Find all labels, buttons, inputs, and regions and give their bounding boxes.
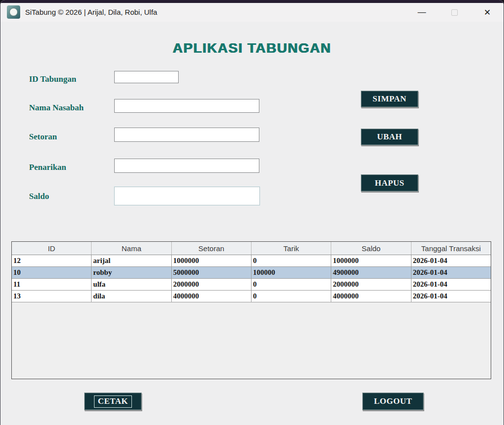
hapus-label: HAPUS <box>375 178 404 188</box>
table-cell: arijal <box>92 255 171 266</box>
table-cell: 2000000 <box>331 279 411 290</box>
table-cell: 2000000 <box>172 279 252 290</box>
table-cell: 10 <box>12 267 92 278</box>
id-tabungan-field[interactable] <box>114 71 179 83</box>
table-cell: 1000000 <box>172 255 252 266</box>
table-cell: 2026-01-04 <box>411 291 491 302</box>
page-title: APLIKASI TABUNGAN <box>0 40 504 56</box>
cetak-button[interactable]: CETAK <box>84 392 142 410</box>
table-row[interactable]: 12arijal1000000010000002026-01-04 <box>12 255 491 267</box>
nama-nasabah-field[interactable] <box>114 99 259 113</box>
column-header-nama[interactable]: Nama <box>92 242 171 255</box>
table-row[interactable]: 10robby500000010000049000002026-01-04 <box>12 267 491 279</box>
simpan-button[interactable]: SIMPAN <box>361 91 418 107</box>
table-cell: 2026-01-04 <box>411 255 491 266</box>
label-penarikan: Penarikan <box>29 163 66 172</box>
table-cell: 100000 <box>252 267 331 278</box>
table-cell: 2026-01-04 <box>411 279 491 290</box>
penarikan-field[interactable] <box>114 159 259 173</box>
close-icon: ✕ <box>484 7 491 18</box>
table-cell: 0 <box>252 279 331 290</box>
table-cell: 0 <box>252 255 331 266</box>
maximize-icon <box>451 9 458 16</box>
label-setoran: Setoran <box>29 132 57 142</box>
app-logo-icon <box>7 5 20 19</box>
column-header-tarik[interactable]: Tarik <box>252 242 331 255</box>
transactions-table-panel: IDNamaSetoranTarikSaldoTanggal Transaksi… <box>11 241 491 379</box>
simpan-label: SIMPAN <box>373 94 407 104</box>
table-cell: 1000000 <box>331 255 411 266</box>
label-saldo: Saldo <box>29 192 49 201</box>
table-row[interactable]: 13dila4000000040000002026-01-04 <box>12 291 491 302</box>
title-bar: SiTabung © 2026 | Arijal, Dila, Robi, Ul… <box>0 3 504 22</box>
label-id-tabungan: ID Tabungan <box>29 74 76 84</box>
ubah-button[interactable]: UBAH <box>361 129 418 145</box>
setoran-field[interactable] <box>114 128 259 142</box>
table-cell: dila <box>92 291 171 302</box>
table-cell: 5000000 <box>172 267 252 278</box>
ubah-label: UBAH <box>377 132 402 142</box>
window-title: SiTabung © 2026 | Arijal, Dila, Robi, Ul… <box>25 3 157 22</box>
cetak-label: CETAK <box>94 395 132 408</box>
app-window: SiTabung © 2026 | Arijal, Dila, Robi, Ul… <box>0 0 504 425</box>
logo-emblem <box>9 8 18 16</box>
table-cell: 12 <box>12 255 92 266</box>
logout-button[interactable]: LOGOUT <box>362 392 424 410</box>
label-nama-nasabah: Nama Nasabah <box>29 103 84 113</box>
saldo-field[interactable] <box>114 187 260 205</box>
table-cell: 2026-01-04 <box>411 267 491 278</box>
column-header-setoran[interactable]: Setoran <box>172 242 252 255</box>
table-row[interactable]: 11ulfa2000000020000002026-01-04 <box>12 279 491 291</box>
table-cell: 13 <box>12 291 92 302</box>
column-header-id[interactable]: ID <box>12 242 92 255</box>
minimize-button[interactable]: — <box>410 3 433 22</box>
table-cell: 0 <box>252 291 331 302</box>
table-cell: 4000000 <box>172 291 252 302</box>
table-body: 12arijal1000000010000002026-01-0410robby… <box>12 255 491 302</box>
table-cell: 4900000 <box>331 267 411 278</box>
close-button[interactable]: ✕ <box>476 3 499 22</box>
minimize-icon: — <box>418 7 426 17</box>
table-cell: ulfa <box>92 279 171 290</box>
table-header-row: IDNamaSetoranTarikSaldoTanggal Transaksi <box>12 242 491 255</box>
table-cell: 4000000 <box>331 291 411 302</box>
logout-label: LOGOUT <box>374 396 412 406</box>
table-cell: 11 <box>12 279 92 290</box>
table-cell: robby <box>92 267 171 278</box>
column-header-tanggal-transaksi[interactable]: Tanggal Transaksi <box>411 242 491 255</box>
maximize-button[interactable] <box>443 3 466 22</box>
column-header-saldo[interactable]: Saldo <box>331 242 411 255</box>
hapus-button[interactable]: HAPUS <box>361 174 418 192</box>
